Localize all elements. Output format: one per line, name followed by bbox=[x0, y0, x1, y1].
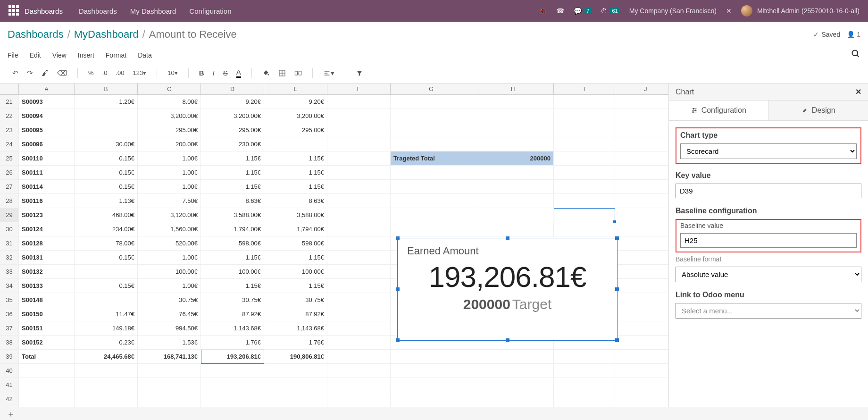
row-header[interactable]: 28 bbox=[0, 194, 19, 208]
cell[interactable] bbox=[615, 378, 668, 392]
cell[interactable]: 1.15€ bbox=[264, 279, 327, 293]
cell[interactable]: 1,794.00€ bbox=[264, 222, 327, 236]
cell[interactable]: 76.45€ bbox=[138, 307, 201, 321]
cell[interactable] bbox=[391, 166, 472, 180]
redo-icon[interactable]: ↷ bbox=[25, 68, 35, 78]
cell[interactable] bbox=[19, 406, 75, 407]
filter-icon[interactable] bbox=[354, 68, 365, 78]
cell[interactable] bbox=[19, 364, 75, 378]
cell[interactable] bbox=[391, 208, 472, 222]
cell[interactable] bbox=[327, 251, 391, 265]
cell[interactable] bbox=[264, 364, 327, 378]
cell[interactable]: 1.53€ bbox=[138, 336, 201, 350]
resize-handle[interactable] bbox=[506, 338, 509, 342]
tools-icon[interactable]: ✕ bbox=[721, 7, 736, 15]
cell[interactable]: 234.00€ bbox=[75, 222, 138, 236]
cell[interactable]: 1.15€ bbox=[201, 251, 264, 265]
cell[interactable]: 1.76€ bbox=[264, 336, 327, 350]
cell[interactable]: S00132 bbox=[19, 265, 75, 279]
cell[interactable]: S00111 bbox=[19, 166, 75, 180]
cell[interactable] bbox=[391, 123, 472, 137]
cell[interactable] bbox=[472, 137, 554, 151]
cell[interactable]: 520.00€ bbox=[138, 236, 201, 251]
cell[interactable]: 3,120.00€ bbox=[138, 208, 201, 222]
paint-format-icon[interactable]: 🖌 bbox=[40, 68, 50, 78]
cell[interactable] bbox=[554, 350, 615, 364]
cell[interactable] bbox=[201, 378, 264, 392]
resize-handle[interactable] bbox=[396, 287, 400, 291]
cell[interactable]: 0.15€ bbox=[75, 151, 138, 166]
col-header[interactable]: A bbox=[19, 84, 75, 95]
cell[interactable] bbox=[472, 109, 554, 123]
row-header[interactable]: 25 bbox=[0, 151, 19, 166]
bold-icon[interactable]: B bbox=[197, 68, 206, 78]
baseline-value-input[interactable] bbox=[680, 233, 857, 248]
row-header[interactable]: 29 bbox=[0, 208, 19, 222]
cell[interactable]: 9.20€ bbox=[264, 95, 327, 109]
row-header[interactable]: 37 bbox=[0, 321, 19, 336]
cell[interactable]: S00152 bbox=[19, 336, 75, 350]
cell[interactable] bbox=[327, 293, 391, 307]
cell[interactable] bbox=[391, 109, 472, 123]
row-header[interactable]: 40 bbox=[0, 364, 19, 378]
cell[interactable] bbox=[327, 123, 391, 137]
cell[interactable]: 0.15€ bbox=[75, 251, 138, 265]
cell[interactable] bbox=[75, 364, 138, 378]
cell[interactable]: 598.00€ bbox=[264, 236, 327, 251]
cell[interactable] bbox=[327, 279, 391, 293]
cell[interactable]: 1.15€ bbox=[264, 251, 327, 265]
cell[interactable] bbox=[138, 364, 201, 378]
cell[interactable] bbox=[615, 151, 668, 166]
cell[interactable]: 149.18€ bbox=[75, 321, 138, 336]
company-switcher[interactable]: My Company (San Francisco) bbox=[625, 7, 721, 15]
cell[interactable]: 1.15€ bbox=[201, 180, 264, 194]
cell[interactable] bbox=[554, 194, 615, 208]
crumb-second[interactable]: MyDashboard bbox=[74, 28, 139, 41]
cell[interactable] bbox=[327, 109, 391, 123]
cell[interactable] bbox=[264, 137, 327, 151]
resize-handle[interactable] bbox=[506, 236, 509, 240]
col-header[interactable]: B bbox=[75, 84, 138, 95]
row-header[interactable]: 26 bbox=[0, 166, 19, 180]
cell[interactable]: 295.00€ bbox=[201, 123, 264, 137]
baseline-format-select[interactable]: Absolute value bbox=[676, 267, 861, 282]
cell[interactable] bbox=[615, 350, 668, 364]
cell[interactable] bbox=[138, 406, 201, 407]
cell[interactable]: S00133 bbox=[19, 279, 75, 293]
cell[interactable] bbox=[472, 364, 554, 378]
cell[interactable] bbox=[75, 109, 138, 123]
cell[interactable]: 168,741.13€ bbox=[138, 350, 201, 364]
strikethrough-icon[interactable]: S bbox=[221, 68, 230, 78]
cell[interactable]: 295.00€ bbox=[264, 123, 327, 137]
cell[interactable]: 24,465.68€ bbox=[75, 350, 138, 364]
cell[interactable]: 1.00€ bbox=[138, 151, 201, 166]
activities-icon[interactable]: ⏱61 bbox=[596, 7, 624, 15]
row-header[interactable]: 35 bbox=[0, 293, 19, 307]
cell[interactable]: 0.23€ bbox=[75, 336, 138, 350]
cell[interactable] bbox=[554, 364, 615, 378]
cell[interactable] bbox=[391, 194, 472, 208]
cell[interactable]: 1.20€ bbox=[75, 95, 138, 109]
cell[interactable] bbox=[327, 265, 391, 279]
cell[interactable] bbox=[554, 378, 615, 392]
cell[interactable]: 468.00€ bbox=[75, 208, 138, 222]
cell[interactable] bbox=[391, 392, 472, 406]
nav-configuration[interactable]: Configuration bbox=[183, 7, 238, 15]
cell[interactable]: S00110 bbox=[19, 151, 75, 166]
cell[interactable] bbox=[327, 364, 391, 378]
col-header[interactable]: E bbox=[264, 84, 327, 95]
cell[interactable] bbox=[327, 307, 391, 321]
debug-icon[interactable]: 🐞 bbox=[534, 7, 551, 15]
cell[interactable] bbox=[615, 109, 668, 123]
col-header[interactable]: G bbox=[391, 84, 472, 95]
cell[interactable] bbox=[327, 95, 391, 109]
cell[interactable] bbox=[75, 123, 138, 137]
cell[interactable]: 994.50€ bbox=[138, 321, 201, 336]
cell[interactable] bbox=[554, 406, 615, 407]
cell[interactable] bbox=[327, 222, 391, 236]
menu-file[interactable]: File bbox=[8, 51, 18, 59]
row-header[interactable]: 30 bbox=[0, 222, 19, 236]
apps-icon[interactable] bbox=[8, 5, 20, 17]
cell[interactable] bbox=[615, 95, 668, 109]
row-header[interactable]: 39 bbox=[0, 350, 19, 364]
